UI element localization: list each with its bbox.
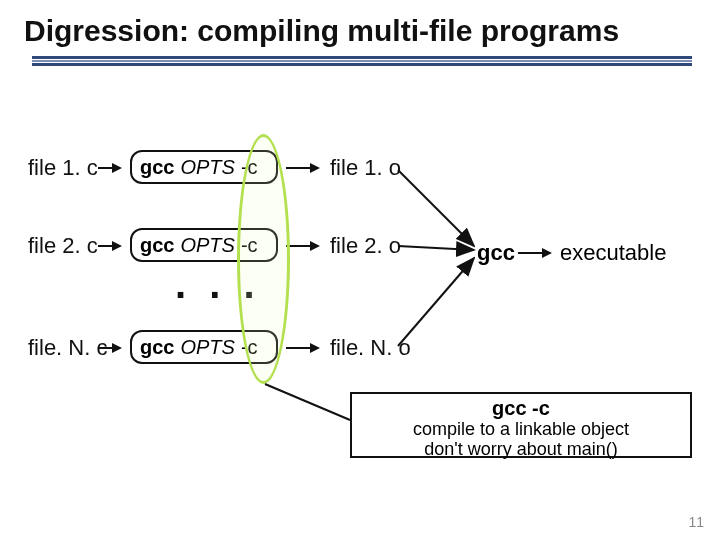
- executable-label: executable: [560, 240, 666, 266]
- arrow-icon: [286, 245, 318, 247]
- slide-title: Digression: compiling multi-file program…: [24, 14, 619, 48]
- linker-gcc-label: gcc: [477, 240, 515, 266]
- source-file-2: file 2. c: [28, 233, 98, 259]
- title-rule-inner: [32, 60, 692, 62]
- dash-c-callout: gcc -c compile to a linkable object don'…: [350, 392, 692, 458]
- callout-title: gcc -c: [492, 397, 550, 419]
- opts-label: OPTS: [180, 156, 234, 179]
- arrow-icon: [98, 347, 120, 349]
- source-file-1: file 1. c: [28, 155, 98, 181]
- gcc-label: gcc: [140, 234, 174, 257]
- svg-line-1: [398, 246, 474, 250]
- arrow-icon: [286, 167, 318, 169]
- callout-line-1: compile to a linkable object: [358, 420, 684, 440]
- dash-c-highlight: [237, 134, 290, 384]
- opts-label: OPTS: [180, 234, 234, 257]
- source-file-n: file. N. c: [28, 335, 107, 361]
- svg-line-2: [398, 258, 474, 346]
- page-number: 11: [688, 514, 704, 530]
- gcc-label: gcc: [140, 336, 174, 359]
- arrow-icon: [518, 252, 550, 254]
- object-file-n: file. N. o: [330, 335, 411, 361]
- svg-line-0: [398, 170, 474, 246]
- callout-line-2: don't worry about main(): [358, 440, 684, 460]
- arrow-icon: [98, 245, 120, 247]
- opts-label: OPTS: [180, 336, 234, 359]
- svg-line-3: [265, 384, 350, 420]
- gcc-label: gcc: [140, 156, 174, 179]
- compile-diagram: file 1. c file 2. c file. N. c gcc OPTS …: [0, 130, 720, 440]
- arrow-icon: [286, 347, 318, 349]
- object-file-1: file 1. o: [330, 155, 401, 181]
- arrow-icon: [98, 167, 120, 169]
- object-file-2: file 2. o: [330, 233, 401, 259]
